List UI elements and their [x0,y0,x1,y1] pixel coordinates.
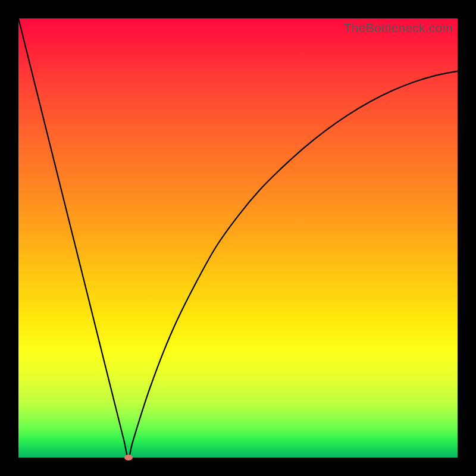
plot-area: TheBottleneck.com [18,18,458,458]
chart-frame: TheBottleneck.com [0,0,476,476]
optimum-marker [124,455,133,461]
bottleneck-curve [18,18,458,458]
